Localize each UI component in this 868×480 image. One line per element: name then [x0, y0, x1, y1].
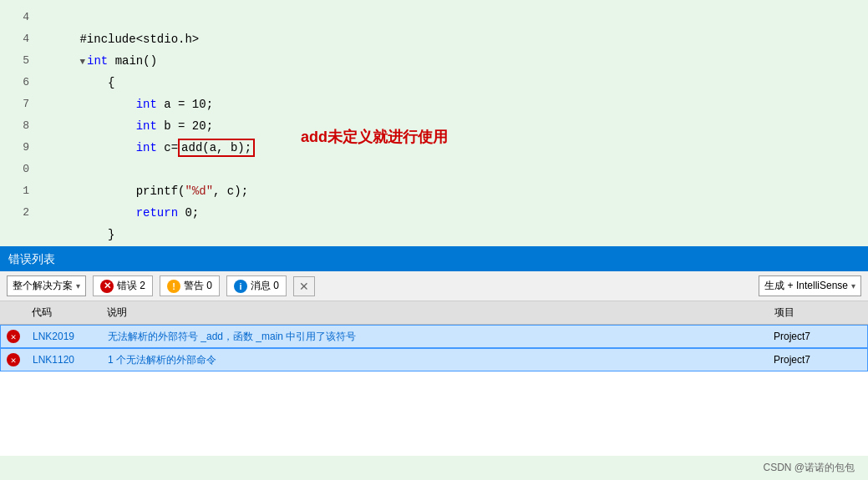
scope-label: 整个解决方案 — [13, 279, 73, 293]
chevron-down-icon: ▾ — [76, 281, 80, 291]
table-row[interactable]: ✕ LNK1120 1 个无法解析的外部命令 Project7 — [0, 348, 868, 371]
error-table-header: 代码 说明 项目 — [0, 301, 868, 325]
error-toolbar: 整个解决方案 ▾ ✕ 错误 2 ! 警告 0 i 消息 0 ✕ 生成 + Int… — [0, 271, 868, 301]
code-line-6: 6 int a = 10; — [0, 72, 868, 93]
error-count-label: 错误 2 — [117, 279, 145, 293]
footer: CSDN @诺诺的包包 — [0, 456, 868, 480]
code-line-5: 5 { — [0, 50, 868, 72]
error-project-cell: Project7 — [767, 351, 867, 369]
error-description-cell: 1 个无法解析的外部命令 — [101, 350, 767, 371]
footer-text: CSDN @诺诺的包包 — [763, 462, 855, 473]
line-number: 9 — [0, 137, 38, 159]
code-editor: 4 #include<stdio.h> 4 ▼int main() 5 { 6 … — [0, 0, 868, 246]
col-header-code: 代码 — [25, 304, 100, 321]
error-code-cell: LNK1120 — [26, 351, 101, 369]
build-filter-dropdown[interactable]: 生成 + IntelliSense ▾ — [759, 275, 861, 296]
scope-dropdown[interactable]: 整个解决方案 ▾ — [7, 275, 86, 296]
error-row-icon: ✕ — [1, 350, 26, 370]
code-line-12: 2 } — [0, 202, 868, 224]
error-description-cell: 无法解析的外部符号 _add，函数 _main 中引用了该符号 — [101, 326, 767, 347]
col-header-icon — [0, 304, 25, 321]
warning-count-label: 警告 0 — [184, 279, 212, 293]
line-number: 5 — [0, 50, 38, 72]
clear-icon: ✕ — [299, 280, 309, 293]
clear-filter-button[interactable]: ✕ — [293, 276, 315, 296]
error-project-cell: Project7 — [767, 327, 867, 346]
chevron-down-icon: ▾ — [851, 281, 855, 291]
line-number: 4 — [0, 28, 38, 50]
code-token: c= — [157, 141, 178, 154]
error-circle-icon: ✕ — [100, 280, 114, 293]
error-table: 代码 说明 项目 ✕ LNK2019 无法解析的外部符号 _add，函数 _ma… — [0, 301, 868, 456]
col-header-description: 说明 — [100, 304, 768, 321]
error-panel: 错误列表 整个解决方案 ▾ ✕ 错误 2 ! 警告 0 i 消息 0 ✕ 生成 … — [0, 246, 868, 456]
error-row-icon: ✕ — [1, 326, 26, 346]
error-filter-button[interactable]: ✕ 错误 2 — [93, 275, 153, 296]
line-number: 4 — [0, 7, 38, 28]
line-number: 8 — [0, 115, 38, 137]
col-header-project: 项目 — [768, 304, 868, 321]
code-token: } — [79, 228, 114, 241]
line-number: 6 — [0, 72, 38, 93]
message-count-label: 消息 0 — [251, 279, 279, 293]
warning-triangle-icon: ! — [167, 280, 180, 293]
code-token: int — [136, 141, 157, 154]
line-number: 0 — [0, 159, 38, 180]
line-number: 2 — [0, 202, 38, 224]
line-number: 1 — [0, 180, 38, 202]
code-annotation: add未定义就进行使用 — [301, 127, 448, 147]
table-row[interactable]: ✕ LNK2019 无法解析的外部符号 _add，函数 _main 中引用了该符… — [0, 325, 868, 348]
code-token — [79, 141, 135, 154]
error-circle-icon: ✕ — [7, 330, 20, 343]
line-content: } — [38, 202, 868, 267]
warning-filter-button[interactable]: ! 警告 0 — [160, 275, 220, 296]
code-line-7: 7 int b = 20; — [0, 93, 868, 115]
code-line-11: 1 return 0; — [0, 180, 868, 202]
build-filter-label: 生成 + IntelliSense — [764, 279, 848, 293]
error-circle-icon: ✕ — [7, 353, 20, 366]
code-line-4: 4 ▼int main() — [0, 28, 868, 50]
line-number: 7 — [0, 93, 38, 115]
message-filter-button[interactable]: i 消息 0 — [226, 275, 287, 296]
code-line-10: 0 printf("%d", c); — [0, 159, 868, 180]
info-circle-icon: i — [234, 280, 247, 293]
error-code-cell: LNK2019 — [26, 327, 101, 346]
highlighted-code: add(a, b); — [178, 139, 255, 157]
code-line-3: 4 #include<stdio.h> — [0, 7, 868, 28]
